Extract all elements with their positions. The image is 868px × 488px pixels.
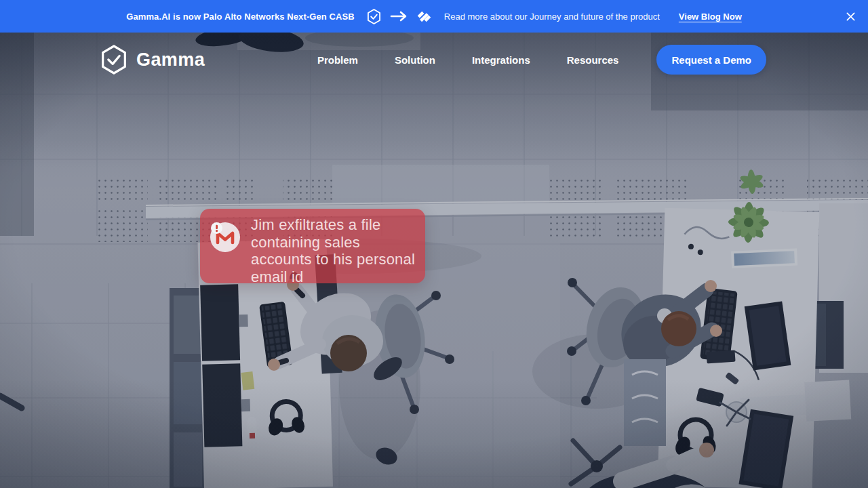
hero-section: Jim exfiltrates a file containing sales …: [0, 33, 868, 488]
close-icon: [846, 12, 856, 22]
gamma-logo-icon: [100, 45, 127, 75]
banner-close-button[interactable]: [842, 8, 859, 24]
banner-submessage: Read more about our Journey and future o…: [444, 12, 660, 22]
nav-item-resources[interactable]: Resources: [567, 54, 619, 66]
alert-text: Jim exfiltrates a file containing sales …: [251, 216, 422, 285]
nav-item-solution[interactable]: Solution: [395, 54, 435, 66]
photo-gradient-overlay: [0, 33, 868, 488]
gmail-icon: [210, 222, 241, 253]
brand-name: Gamma: [136, 49, 205, 70]
nav-item-integrations[interactable]: Integrations: [472, 54, 530, 66]
dlp-alert-card: Jim exfiltrates a file containing sales …: [200, 209, 425, 283]
nav-links: Problem Solution Integrations Resources: [317, 54, 619, 66]
brand-logo[interactable]: Gamma: [100, 45, 205, 75]
arrow-right-icon: [390, 11, 408, 22]
announcement-banner: Gamma.AI is now Palo Alto Networks Next-…: [0, 0, 868, 33]
gamma-shield-icon: [367, 9, 381, 24]
banner-icons: [367, 9, 432, 24]
nav-item-problem[interactable]: Problem: [317, 54, 358, 66]
view-blog-link[interactable]: View Blog Now: [679, 12, 742, 22]
page: Jim exfiltrates a file containing sales …: [0, 0, 868, 488]
request-demo-button[interactable]: Request a Demo: [656, 45, 766, 75]
main-navbar: Gamma Problem Solution Integrations Reso…: [0, 33, 868, 87]
palo-alto-networks-icon: [416, 9, 432, 24]
banner-message: Gamma.AI is now Palo Alto Networks Next-…: [126, 12, 355, 22]
